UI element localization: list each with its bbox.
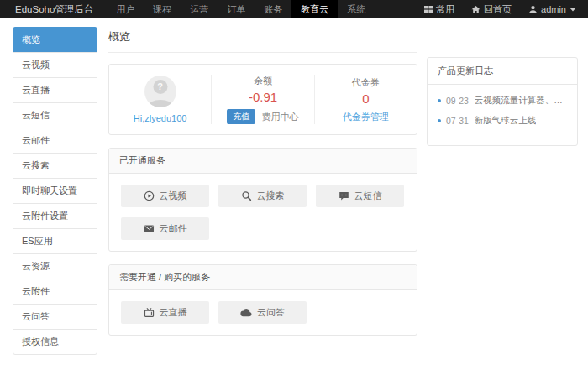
coupon-column: 代金券 0 代金券管理 — [315, 75, 417, 124]
nav-item-users[interactable]: 用户 — [107, 0, 144, 18]
sidebar-item-es-app[interactable]: ES应用 — [13, 228, 97, 254]
home-icon — [471, 5, 480, 14]
sidebar-item-cloud-attachment[interactable]: 云附件 — [13, 279, 97, 305]
log-date: 09-23 — [446, 96, 469, 106]
tv-icon — [144, 307, 155, 318]
coupon-manage-link[interactable]: 代金券管理 — [343, 111, 389, 123]
nav-item-courses[interactable]: 课程 — [144, 0, 181, 18]
sidebar-item-license-info[interactable]: 授权信息 — [13, 329, 97, 355]
needed-services-title: 需要开通 / 购买的服务 — [109, 265, 417, 290]
recharge-button[interactable]: 充值 — [227, 109, 255, 124]
right-column: 产品更新日志 09-23 云视频流量计算器、云短信… 07-31 新版气球云上线 — [427, 57, 578, 146]
sidebar-item-cloud-sms[interactable]: 云短信 — [13, 102, 97, 128]
service-button-cloud-email[interactable]: 云邮件 — [121, 217, 209, 240]
nav-item-operations[interactable]: 运营 — [181, 0, 218, 18]
coupon-label: 代金券 — [352, 76, 380, 89]
service-button-cloud-live[interactable]: 云直播 — [121, 301, 209, 324]
coupon-value: 0 — [362, 91, 369, 106]
service-button-cloud-search[interactable]: 云搜索 — [218, 185, 307, 207]
update-log-title: 产品更新日志 — [428, 58, 577, 85]
content-area: 概览 云视频 云直播 云短信 云邮件 云搜索 即时聊天设置 云附件设置 ES应用… — [0, 18, 588, 355]
top-navigation: 用户 课程 运营 订单 账务 教育云 系统 — [107, 0, 375, 18]
avatar[interactable]: ? — [144, 76, 176, 107]
shortcuts-menu[interactable]: 常用 — [424, 0, 454, 18]
sidebar-item-cloud-live[interactable]: 云直播 — [13, 77, 97, 103]
log-text: 新版气球云上线 — [475, 115, 537, 127]
balance-column: 余额 -0.91 充值 费用中心 — [212, 75, 314, 124]
main-column: 概览 ? Hi,zlyedu100 余额 -0.91 充值 费用中心 代金券 — [108, 27, 417, 336]
service-label: 云问答 — [257, 306, 285, 319]
sidebar-item-cloud-video[interactable]: 云视频 — [13, 52, 97, 78]
user-icon — [528, 5, 538, 14]
greeting-link[interactable]: Hi,zlyedu100 — [134, 113, 187, 123]
sidebar-item-attachment-settings[interactable]: 云附件设置 — [13, 203, 97, 229]
balance-value: -0.91 — [249, 90, 277, 104]
caret-down-icon — [570, 7, 576, 12]
update-log-panel: 产品更新日志 09-23 云视频流量计算器、云短信… 07-31 新版气球云上线 — [427, 57, 578, 146]
opened-services-panel: 已开通服务 云视频 云搜索 — [108, 148, 417, 252]
sidebar-item-cloud-qa[interactable]: 云问答 — [13, 304, 97, 330]
needed-services-body: 云直播 云问答 — [109, 290, 417, 335]
service-label: 云邮件 — [160, 222, 187, 235]
update-log-entry[interactable]: 07-31 新版气球云上线 — [438, 115, 567, 127]
page-title: 概览 — [108, 27, 417, 53]
brand-title[interactable]: EduSoho管理后台 — [0, 0, 107, 18]
nav-item-educloud[interactable]: 教育云 — [291, 0, 338, 18]
service-label: 云直播 — [160, 306, 187, 319]
update-log-entry[interactable]: 09-23 云视频流量计算器、云短信… — [438, 95, 567, 107]
comment-icon — [339, 190, 349, 201]
topbar-utilities: 常用 回首页 admin — [407, 0, 588, 18]
nav-item-system[interactable]: 系统 — [338, 0, 375, 18]
balance-actions: 充值 费用中心 — [227, 109, 298, 124]
balance-label: 余额 — [254, 75, 272, 87]
opened-services-title: 已开通服务 — [109, 149, 417, 174]
sidebar-item-cloud-search[interactable]: 云搜索 — [13, 153, 97, 179]
account-card: ? Hi,zlyedu100 余额 -0.91 充值 费用中心 代金券 0 代金… — [108, 64, 417, 135]
sidebar-item-overview[interactable]: 概览 — [13, 27, 97, 53]
billing-center-link[interactable]: 费用中心 — [261, 111, 298, 123]
search-icon — [241, 190, 252, 201]
grid-icon — [424, 5, 433, 13]
back-to-home-link[interactable]: 回首页 — [471, 0, 512, 18]
opened-services-body: 云视频 云搜索 云短信 — [109, 174, 417, 251]
nav-item-finance[interactable]: 账务 — [255, 0, 291, 18]
play-circle-icon — [144, 190, 155, 201]
service-button-cloud-video[interactable]: 云视频 — [121, 185, 209, 207]
user-menu[interactable]: admin — [528, 0, 576, 18]
bullet-icon — [438, 99, 441, 102]
update-log-list: 09-23 云视频流量计算器、云短信… 07-31 新版气球云上线 — [428, 85, 577, 145]
username-label: admin — [541, 0, 566, 18]
envelope-icon — [144, 223, 155, 234]
sidebar: 概览 云视频 云直播 云短信 云邮件 云搜索 即时聊天设置 云附件设置 ES应用… — [13, 27, 97, 355]
nav-item-orders[interactable]: 订单 — [218, 0, 255, 18]
log-text: 云视频流量计算器、云短信… — [475, 95, 567, 107]
home-label: 回首页 — [484, 0, 512, 18]
needed-services-panel: 需要开通 / 购买的服务 云直播 云问答 — [108, 264, 417, 336]
sidebar-item-cloud-email[interactable]: 云邮件 — [13, 128, 97, 154]
service-label: 云视频 — [160, 190, 187, 202]
shortcuts-label: 常用 — [436, 0, 454, 18]
service-button-cloud-sms[interactable]: 云短信 — [316, 185, 404, 207]
service-label: 云搜索 — [257, 190, 285, 202]
avatar-shoulders — [148, 100, 173, 107]
log-date: 07-31 — [446, 116, 469, 126]
service-button-cloud-qa[interactable]: 云问答 — [218, 301, 307, 324]
sidebar-item-im-settings[interactable]: 即时聊天设置 — [13, 178, 97, 204]
cloud-icon — [240, 308, 252, 317]
question-mark-icon: ? — [153, 80, 167, 94]
account-user-column: ? Hi,zlyedu100 — [109, 75, 212, 124]
topbar: EduSoho管理后台 用户 课程 运营 订单 账务 教育云 系统 常用 回首页… — [0, 0, 588, 18]
bullet-icon — [438, 119, 441, 122]
sidebar-item-cloud-resource[interactable]: 云资源 — [13, 253, 97, 279]
service-label: 云短信 — [354, 190, 382, 202]
